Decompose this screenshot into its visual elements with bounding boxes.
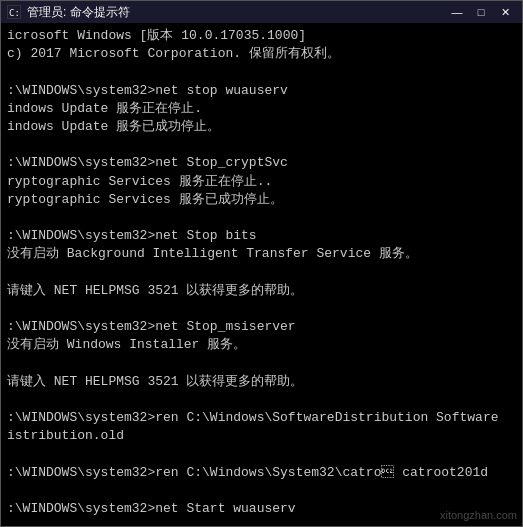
- console-line: :\WINDOWS\system32>ren C:\Windows\System…: [7, 464, 516, 482]
- cmd-window: C: 管理员: 命令提示符 — □ ✕ icrosoft Windows [版本…: [0, 0, 523, 527]
- minimize-button[interactable]: —: [446, 4, 468, 20]
- console-output: icrosoft Windows [版本 10.0.17035.1000]c) …: [1, 23, 522, 526]
- maximize-button[interactable]: □: [470, 4, 492, 20]
- console-line: 请键入 NET HELPMSG 3521 以获得更多的帮助。: [7, 373, 516, 391]
- console-line: :\WINDOWS\system32>net Stop_cryptSvc: [7, 154, 516, 172]
- svg-text:C:: C:: [9, 8, 20, 18]
- console-line: 没有启动 Windows Installer 服务。: [7, 336, 516, 354]
- console-line: istribution.old: [7, 427, 516, 445]
- console-line: [7, 482, 516, 500]
- console-line: :\WINDOWS\system32>net Start wuauserv: [7, 500, 516, 518]
- console-line: [7, 63, 516, 81]
- console-line: :\WINDOWS\system32>net stop wuauserv: [7, 82, 516, 100]
- console-line: :\WINDOWS\system32>net Stop bits: [7, 227, 516, 245]
- console-line: indows Update 服务已成功停止。: [7, 118, 516, 136]
- console-line: :\WINDOWS\system32>net Stop_msiserver: [7, 318, 516, 336]
- console-line: :\WINDOWS\system32>ren C:\Windows\Softwa…: [7, 409, 516, 427]
- console-line: [7, 136, 516, 154]
- cmd-icon: C:: [7, 5, 21, 19]
- console-line: [7, 263, 516, 281]
- title-bar: C: 管理员: 命令提示符 — □ ✕: [1, 1, 522, 23]
- console-line: [7, 391, 516, 409]
- console-line: [7, 209, 516, 227]
- console-line: [7, 354, 516, 372]
- close-button[interactable]: ✕: [494, 4, 516, 20]
- console-line: ryptographic Services 服务已成功停止。: [7, 191, 516, 209]
- console-line: 请键入 NET HELPMSG 3521 以获得更多的帮助。: [7, 282, 516, 300]
- console-line: icrosoft Windows [版本 10.0.17035.1000]: [7, 27, 516, 45]
- window-controls: — □ ✕: [446, 4, 516, 20]
- console-line: c) 2017 Microsoft Corporation. 保留所有权利。: [7, 45, 516, 63]
- window-title: 管理员: 命令提示符: [27, 4, 130, 21]
- console-line: 没有启动 Background Intelligent Transfer Ser…: [7, 245, 516, 263]
- console-line: [7, 300, 516, 318]
- title-bar-left: C: 管理员: 命令提示符: [7, 4, 130, 21]
- console-line: ryptographic Services 服务正在停止..: [7, 173, 516, 191]
- console-line: [7, 445, 516, 463]
- console-line: indows Update 服务正在停止.: [7, 100, 516, 118]
